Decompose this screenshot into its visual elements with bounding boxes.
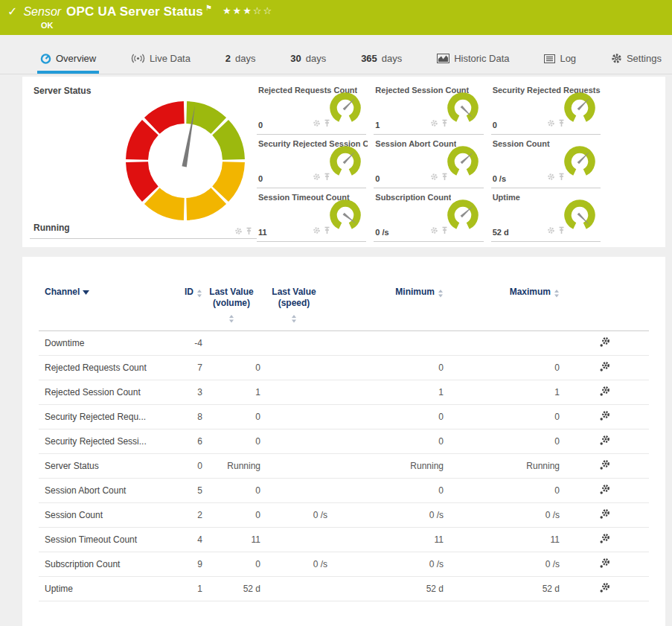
- cell-minimum: 0: [327, 436, 444, 447]
- channel-settings-button[interactable]: [560, 484, 649, 497]
- cell-minimum: 0: [327, 412, 444, 422]
- channel-settings-button[interactable]: [560, 582, 649, 595]
- cell-id: -4: [180, 338, 202, 348]
- cell-maximum: 0: [444, 362, 560, 373]
- pin-icon: [559, 174, 563, 181]
- tab-live-data[interactable]: Live Data: [128, 53, 193, 74]
- channel-settings-button[interactable]: [560, 410, 649, 424]
- area-chart-icon: [437, 54, 449, 63]
- tab-30-days[interactable]: 30 days: [287, 53, 329, 74]
- cell-last-value-speed: 0 /s: [260, 510, 327, 520]
- mini-gauge-cell: Rejected Requests Count 0: [257, 83, 366, 135]
- page-title: OPC UA Server Status: [66, 4, 203, 19]
- pin-icon: [325, 228, 330, 234]
- cell-channel[interactable]: Security Rejected Sessi...: [39, 436, 180, 447]
- gauge-cell-icons[interactable]: [313, 170, 332, 184]
- gauge-cell-icons[interactable]: [313, 117, 332, 130]
- cell-last-value-volume: 52 d: [202, 584, 260, 594]
- channel-gear-icon: [598, 361, 611, 372]
- cell-channel[interactable]: Session Count: [39, 510, 180, 520]
- table-row: Rejected Session Count 3 1 1 1: [39, 380, 649, 405]
- channel-settings-button[interactable]: [560, 558, 649, 571]
- table-row: Session Abort Count 5 0 0 0: [39, 479, 649, 503]
- mini-gauge-title: Uptime: [493, 193, 520, 202]
- tab-log[interactable]: Log: [541, 53, 579, 74]
- sort-icon: [196, 290, 202, 298]
- mini-gauge: [562, 143, 598, 179]
- column-header-id[interactable]: ID: [180, 287, 202, 298]
- mini-gauge: [445, 197, 481, 232]
- priority-stars[interactable]: ★★★☆☆: [223, 5, 273, 16]
- cell-channel[interactable]: Session Abort Count: [39, 485, 180, 496]
- cell-last-value-volume: Running: [202, 461, 260, 471]
- cell-maximum: 11: [444, 534, 560, 545]
- column-header-channel[interactable]: Channel: [39, 287, 180, 297]
- channel-table-body: Downtime -4 Rejected Requests Count 7 0 …: [39, 331, 649, 601]
- cell-channel[interactable]: Rejected Requests Count: [39, 362, 180, 373]
- column-label: Minimum: [395, 287, 435, 297]
- cell-channel[interactable]: Rejected Session Count: [39, 387, 180, 397]
- cell-maximum: Running: [444, 461, 560, 471]
- gauge-cell-icons[interactable]: [430, 117, 449, 130]
- gauge-cell-icons[interactable]: [313, 224, 332, 237]
- log-list-icon: [544, 54, 555, 63]
- flag-icon[interactable]: ⚑: [205, 4, 212, 12]
- cell-channel[interactable]: Security Rejected Requ...: [39, 412, 180, 422]
- mini-gauge: [327, 89, 363, 125]
- cell-channel[interactable]: Server Status: [39, 461, 180, 471]
- cell-channel[interactable]: Subscription Count: [39, 559, 180, 569]
- gauge-cell-icons[interactable]: [547, 170, 566, 184]
- mini-gear-icon: [548, 121, 553, 125]
- mini-gauge: [562, 89, 598, 125]
- cell-last-value-volume: 0: [202, 436, 260, 447]
- table-row: Server Status 0 Running Running Running: [39, 454, 649, 479]
- cell-minimum: 1: [327, 387, 444, 397]
- gauge-cell-icons[interactable]: [234, 225, 254, 238]
- tab-label: Live Data: [150, 53, 191, 64]
- column-label: Last Value (volume): [209, 287, 253, 309]
- channel-settings-button[interactable]: [560, 435, 649, 448]
- gauge-cell-icons[interactable]: [430, 224, 449, 237]
- channel-gear-icon: [598, 435, 611, 446]
- tab-historic-data[interactable]: Historic Data: [434, 53, 512, 74]
- pin-icon: [325, 174, 330, 181]
- mini-gauge-value: 0: [493, 121, 497, 130]
- tab-label-unit: days: [382, 53, 402, 64]
- cell-channel[interactable]: Session Timeout Count: [39, 534, 180, 545]
- channel-settings-button[interactable]: [560, 459, 649, 473]
- tab-overview[interactable]: Overview: [37, 53, 99, 74]
- column-header-last-value-speed[interactable]: Last Value (speed): [260, 287, 327, 323]
- column-header-maximum[interactable]: Maximum: [444, 287, 560, 298]
- column-header-last-value-volume[interactable]: Last Value (volume): [202, 287, 260, 323]
- channel-settings-button[interactable]: [560, 386, 649, 399]
- mini-gauge-value: 0 /s: [493, 174, 506, 183]
- cell-channel[interactable]: Uptime: [39, 584, 180, 594]
- cell-last-value-volume: 1: [202, 387, 260, 397]
- main-gauge-footer: Running: [30, 218, 257, 239]
- tab-settings[interactable]: Settings: [608, 53, 665, 74]
- channel-gear-icon: [598, 386, 611, 397]
- mini-gear-icon: [548, 174, 553, 179]
- mini-gauge: [327, 143, 363, 179]
- channel-settings-button[interactable]: [560, 533, 649, 546]
- gauge-cell-icons[interactable]: [547, 117, 566, 130]
- channel-gear-icon: [598, 459, 611, 470]
- cell-maximum: 0 /s: [444, 559, 560, 569]
- gear-icon: [611, 53, 622, 64]
- channel-settings-button[interactable]: [560, 508, 649, 522]
- tab-365-days[interactable]: 365 days: [358, 53, 405, 74]
- cell-minimum: 0: [327, 485, 444, 496]
- cell-minimum: 0: [327, 362, 444, 373]
- broadcast-icon: [131, 54, 145, 63]
- table-row: Downtime -4: [39, 331, 649, 356]
- mini-gauge-value: 0 /s: [375, 228, 388, 237]
- gauge-cell-icons[interactable]: [430, 170, 449, 184]
- mini-gauge-cell: Session Count 0 /s: [491, 136, 601, 188]
- cell-channel[interactable]: Downtime: [39, 338, 180, 348]
- table-row: Subscription Count 9 0 0 /s 0 /s 0 /s: [39, 552, 649, 577]
- channel-settings-button[interactable]: [560, 361, 649, 374]
- tab-2-days[interactable]: 2 days: [223, 53, 259, 74]
- channel-settings-button[interactable]: [560, 336, 649, 350]
- gauge-cell-icons[interactable]: [547, 224, 566, 237]
- column-header-minimum[interactable]: Minimum: [327, 287, 444, 298]
